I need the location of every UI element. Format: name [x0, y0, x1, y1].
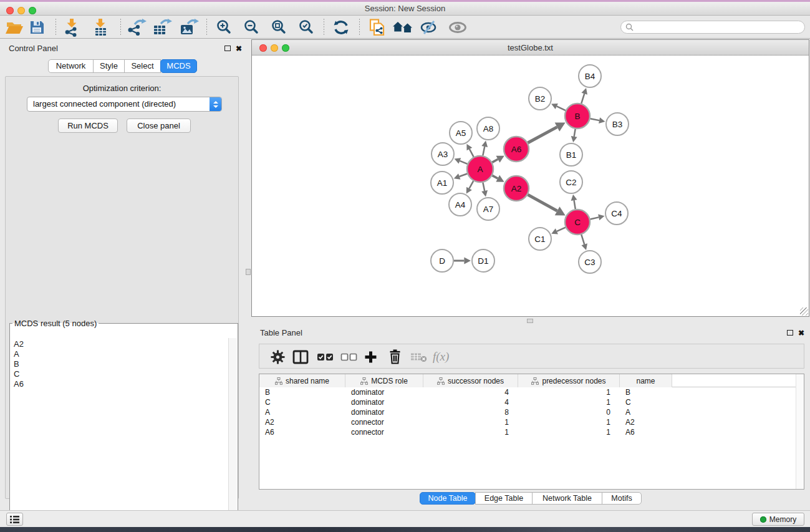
network-overview-icon[interactable]	[392, 18, 413, 37]
edge-C-C3[interactable]	[581, 235, 587, 250]
node-C3[interactable]: C3	[579, 251, 601, 273]
duplicate-network-icon[interactable]	[368, 18, 387, 37]
node-A5[interactable]: A5	[450, 122, 472, 144]
tab-select[interactable]: Select	[124, 59, 161, 73]
float-table-panel-icon[interactable]	[787, 330, 793, 336]
export-network-icon[interactable]	[127, 18, 147, 37]
show-panels-button[interactable]	[6, 513, 23, 526]
delete-column-trash-icon[interactable]	[388, 344, 402, 369]
edge-B-B3[interactable]	[591, 117, 605, 123]
node-D1[interactable]: D1	[472, 249, 494, 272]
node-C1[interactable]: C1	[529, 228, 551, 250]
edge-D-D1[interactable]	[454, 257, 471, 264]
save-session-icon[interactable]	[29, 18, 45, 37]
edge-B-B1[interactable]	[571, 129, 577, 143]
edge-A-A6[interactable]	[492, 156, 504, 163]
search-field[interactable]	[620, 21, 805, 34]
open-session-icon[interactable]	[5, 18, 24, 37]
edge-A-A7[interactable]	[481, 183, 488, 197]
network-window-titlebar[interactable]: testGlobe.txt	[252, 40, 809, 56]
show-eye-icon[interactable]	[448, 18, 468, 37]
float-panel-icon[interactable]	[224, 46, 231, 51]
add-column-icon[interactable]	[364, 344, 377, 369]
zoom-out-icon[interactable]	[243, 18, 260, 37]
edge-B-B2[interactable]	[551, 104, 566, 110]
tab-style[interactable]: Style	[93, 59, 125, 73]
tab-mcds[interactable]: MCDS	[160, 59, 197, 73]
close-table-panel-icon[interactable]: ✖	[798, 329, 804, 337]
edge-A-A3[interactable]	[455, 158, 468, 164]
node-B3[interactable]: B3	[606, 113, 629, 135]
node-B2[interactable]: B2	[529, 87, 551, 110]
node-A3[interactable]: A3	[432, 143, 454, 165]
node-C2[interactable]: C2	[560, 171, 582, 193]
edge-C-C4[interactable]	[590, 215, 604, 221]
node-C[interactable]: C	[565, 210, 590, 235]
import-network-icon[interactable]	[64, 18, 80, 37]
horizontal-splitter-handle[interactable]	[527, 319, 533, 323]
zoom-selected-icon[interactable]	[297, 18, 315, 37]
column-visibility-icon[interactable]	[292, 344, 309, 369]
window-titlebar[interactable]: Session: New Session	[0, 2, 810, 16]
search-input[interactable]	[634, 22, 804, 32]
node-B[interactable]: B	[565, 104, 590, 128]
network-canvas[interactable]: B4B2BB3A5A8A6A3B1AA1C2A2A4A7C4CC1C3DD1	[252, 56, 809, 316]
window-resize-grip[interactable]	[800, 307, 808, 316]
close-panel-icon[interactable]: ✖	[236, 45, 242, 52]
table-row[interactable]: Bdominator41B	[259, 387, 804, 397]
tab-network-table[interactable]: Network Table	[532, 492, 602, 505]
tab-network[interactable]: Network	[48, 59, 94, 73]
column-header-name[interactable]: name	[620, 374, 672, 387]
mcds-result-item[interactable]: A	[14, 349, 228, 359]
column-header-successor-nodes[interactable]: successor nodes	[423, 374, 518, 387]
node-A6[interactable]: A6	[504, 137, 529, 162]
mcds-result-item[interactable]: A6	[14, 379, 228, 389]
zoom-fit-icon[interactable]	[270, 18, 287, 37]
node-B1[interactable]: B1	[560, 143, 582, 166]
table-row[interactable]: Adominator80A	[259, 407, 804, 417]
vertical-splitter-handle[interactable]	[246, 269, 251, 275]
tab-motifs[interactable]: Motifs	[602, 492, 642, 505]
edge-C-C2[interactable]	[571, 195, 577, 209]
memory-button[interactable]: Memory	[752, 513, 804, 526]
table-row[interactable]: A6connector11A6	[259, 427, 804, 437]
edge-A-A5[interactable]	[466, 144, 473, 157]
result-scrollbar[interactable]	[228, 338, 237, 532]
node-A8[interactable]: A8	[477, 117, 499, 140]
node-A7[interactable]: A7	[477, 198, 499, 220]
export-image-icon[interactable]	[179, 18, 199, 37]
deselect-all-rows-icon[interactable]	[340, 344, 357, 369]
edge-C-C1[interactable]	[551, 228, 566, 235]
node-A[interactable]: A	[467, 156, 493, 182]
edge-A-A2[interactable]	[492, 175, 504, 182]
run-mcds-button[interactable]: Run MCDS	[58, 118, 118, 133]
node-A2[interactable]: A2	[504, 176, 529, 201]
zoom-in-icon[interactable]	[215, 18, 233, 37]
mcds-result-item[interactable]: A2	[14, 339, 228, 349]
node-D[interactable]: D	[431, 249, 453, 272]
column-header-MCDS-role[interactable]: MCDS role	[345, 374, 423, 387]
edge-A-A4[interactable]	[466, 181, 473, 193]
edge-A-A1[interactable]	[454, 173, 467, 179]
table-scrollbar[interactable]	[796, 374, 804, 489]
node-B4[interactable]: B4	[579, 65, 601, 87]
node-A1[interactable]: A1	[431, 172, 453, 194]
table-options-gear-icon[interactable]	[271, 344, 285, 369]
mcds-result-item[interactable]: B	[14, 359, 228, 369]
node-A4[interactable]: A4	[449, 193, 471, 216]
column-header-predecessor-nodes[interactable]: predecessor nodes	[518, 374, 620, 387]
toggle-graphics-details-icon[interactable]	[420, 18, 438, 37]
criterion-dropdown[interactable]: largest connected component (directed)	[27, 97, 222, 112]
mcds-result-list[interactable]: A2ABCA6	[11, 338, 228, 532]
tab-node-table[interactable]: Node Table	[420, 492, 476, 505]
edge-A6-B[interactable]	[528, 122, 565, 143]
column-header-shared-name[interactable]: shared name	[259, 374, 345, 387]
edge-B-B4[interactable]	[581, 88, 587, 104]
close-panel-button[interactable]: Close panel	[127, 118, 191, 133]
edge-A-A8[interactable]	[481, 141, 488, 156]
tab-edge-table[interactable]: Edge Table	[475, 492, 533, 505]
mcds-result-item[interactable]: C	[14, 369, 228, 379]
export-table-icon[interactable]	[152, 18, 172, 37]
refresh-view-icon[interactable]	[332, 18, 350, 37]
import-table-icon[interactable]	[92, 18, 108, 37]
